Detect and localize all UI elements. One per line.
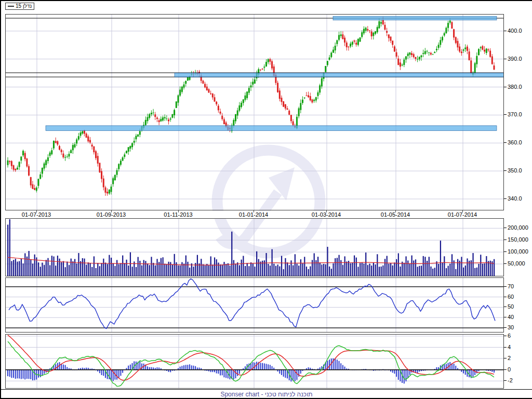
y-axis-tick [504,170,507,171]
y-axis-tick [504,263,507,264]
y-axis-tick [504,198,507,199]
y-axis-tick [504,336,507,336]
y-axis-tick [504,297,507,297]
y-axis-tick [504,358,507,358]
y-tick-label: -2 [508,378,513,383]
rsi-gridlines [6,278,504,332]
y-tick-label: 370.0 [508,112,522,117]
y-tick-label: 390.0 [508,56,522,62]
y-axis-tick [504,286,507,287]
series-line-sample-icon [8,6,14,7]
y-tick-label: 0 [508,367,511,373]
candles-group [7,17,495,196]
chart-window: נדלן 15 01-07-201301-09-201301-11-201301… [0,0,532,399]
y-axis-tick [504,31,507,31]
rsi-pane[interactable] [5,277,504,332]
x-tick-label: 01-07-2014 [442,211,483,218]
y-tick-label: 100,000 [508,249,528,255]
series-legend: נדלן 15 [5,3,34,10]
y-tick-label: 340.0 [508,196,522,202]
y-axis-tick [504,317,507,317]
y-tick-label: 40 [508,314,514,320]
y-axis-tick [504,369,507,370]
y-axis-tick [504,307,507,307]
x-tick-label: 01-11-2013 [157,211,199,218]
y-tick-label: 50 [508,304,514,310]
price-band [333,16,497,20]
date-axis: 01-07-201301-09-201301-11-201301-01-2014… [5,211,504,218]
y-tick-label: 6 [508,333,511,339]
x-tick-label: 01-05-2014 [375,211,416,218]
y-axis-tick [504,327,507,328]
y-tick-label: 380.0 [508,84,522,90]
y-axis-tick [504,87,507,87]
series-label: נדלן 15 [16,3,32,9]
x-tick-label: 01-03-2014 [305,211,347,218]
price-pane[interactable] [5,14,504,210]
price-band [46,126,497,131]
y-tick-label: 150,000 [508,237,528,243]
y-axis-tick [504,347,507,348]
macd-histogram-group [7,358,495,383]
y-axis-tick [504,251,507,252]
rsi-line [9,279,495,329]
y-tick-label: 2 [508,355,511,361]
macd-pane[interactable] [5,334,504,389]
y-tick-label: 30 [508,325,514,330]
main-gridlines [6,15,504,210]
y-tick-label: 70 [508,284,514,289]
macd-gridlines [6,335,504,389]
price-band [175,73,504,77]
volume-bars-group [7,219,495,276]
y-tick-label: 350.0 [508,168,522,174]
support-resistance-group [6,16,504,130]
y-axis-tick [504,59,507,59]
y-tick-label: 50,000 [508,261,525,267]
y-tick-label: 200,000 [508,225,528,231]
y-tick-label: 60 [508,294,514,300]
x-tick-label: 01-07-2013 [16,211,57,218]
y-tick-label: 4 [508,344,511,350]
y-axis-tick [504,240,507,240]
y-tick-label: 360.0 [508,140,522,145]
x-tick-label: 01-09-2013 [90,211,132,218]
y-tick-label: 400.0 [508,28,522,34]
volume-pane[interactable] [5,218,504,276]
y-axis-tick [504,142,507,143]
y-axis-tick [504,114,507,115]
footer-status-bar: Sponser chart - תוכנה לניתוח טכני [1,389,532,399]
macd-signal-line [8,335,494,380]
x-tick-label: 01-01-2014 [233,211,274,218]
y-axis-tick [504,380,507,381]
y-axis-tick [504,228,507,228]
footer-text: Sponser chart - תוכנה לניתוח טכני [220,391,312,398]
